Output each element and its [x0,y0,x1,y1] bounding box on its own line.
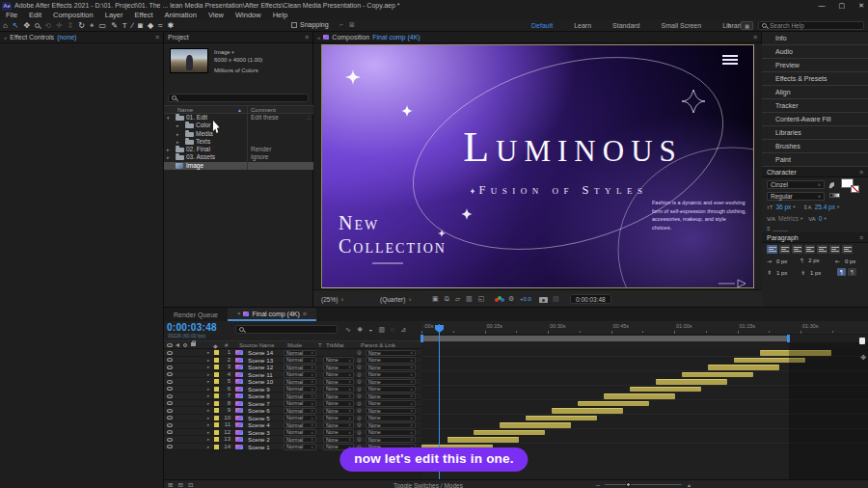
column-trkmat[interactable]: TrkMat [326,342,343,348]
composition-viewer[interactable]: Luminous Fusion of Styles New Collection… [313,43,762,289]
project-item-image[interactable]: Image [164,162,313,170]
layer-row-scene-12[interactable]: ▸ 3 Scene 12 Normal∨ None∨ ◎ None∨ [164,364,421,371]
layer-visibility-icon[interactable] [167,394,173,398]
pickwhip-icon[interactable]: ◎ [357,436,362,443]
pickwhip-icon[interactable]: ◎ [357,364,362,370]
parent-select[interactable]: None∨ [366,393,416,400]
layer-duration-bar-scene-10[interactable] [656,379,727,385]
timeline-zoom-slider[interactable] [605,484,682,485]
mode-select[interactable]: Normal∨ [284,393,316,400]
pickwhip-icon[interactable]: ◎ [357,400,362,407]
search-help-field[interactable]: Search Help [758,21,864,30]
mode-select[interactable]: Normal∨ [284,437,316,444]
justify-all-button[interactable] [842,245,853,254]
stroke-color-swatch[interactable] [851,185,859,193]
frame-blending-icon[interactable]: ▥ [378,326,385,334]
justify-last-center-button[interactable] [817,245,827,254]
zoom-slider-thumb[interactable] [626,482,631,487]
justify-last-left-button[interactable] [804,245,815,254]
expander-icon[interactable]: ▸ [207,444,209,450]
project-item-color[interactable]: ▸ Color [164,122,313,129]
expander-icon[interactable]: ▸ [207,378,209,385]
mode-select[interactable]: Normal∨ [284,350,316,357]
project-item-01-edit[interactable]: ▾ 01. Edit Edit these ∴ [164,114,313,122]
panel-menu-icon[interactable]: ≡ [155,34,159,41]
column-comment[interactable]: Comment [251,107,276,113]
parent-select[interactable]: None∨ [366,415,416,421]
parent-select[interactable]: None∨ [366,408,416,415]
panel-content-aware-fill[interactable]: Content-Aware Fill [762,113,868,126]
layer-visibility-icon[interactable] [167,430,173,434]
comp-marker-bin-icon[interactable] [859,338,865,344]
audio-column-icon[interactable] [176,343,179,347]
layer-duration-bar-scene-12[interactable] [708,365,779,370]
layer-label-chip[interactable] [214,358,219,363]
trkmat-select[interactable]: None∨ [323,429,354,436]
align-right-button[interactable] [792,245,802,254]
trkmat-select[interactable]: None∨ [323,365,354,371]
mode-select[interactable]: Normal∨ [284,444,316,450]
panel-libraries[interactable]: Libraries [762,126,868,140]
project-item-media[interactable]: ▸ Media [164,130,313,138]
menu-composition[interactable]: Composition [47,11,99,19]
snapshot-camera-icon[interactable] [539,297,548,303]
zoom-tool-icon[interactable] [35,20,40,32]
pickwhip-icon[interactable]: ◎ [357,421,362,428]
tracking-value[interactable]: 0 [819,215,823,222]
trkmat-select[interactable]: None∨ [323,408,354,415]
hand-tool-icon[interactable]: ✥ [24,20,31,32]
parent-select[interactable]: None∨ [366,386,416,393]
mode-select[interactable]: Normal∨ [284,422,316,429]
draft-3d-icon[interactable]: ❖ [357,326,363,334]
parent-select[interactable]: None∨ [366,357,416,364]
leading-value[interactable]: 25.4 px [815,203,835,210]
resolution-select[interactable]: (Quarter)∨ [377,294,415,304]
chevron-down-icon[interactable]: ▾ [231,49,234,55]
column-mode[interactable]: Mode [287,342,302,348]
trkmat-select[interactable]: None∨ [323,386,354,393]
stroke-width-widget[interactable] [829,193,840,198]
space-before-value[interactable]: 1 px [776,270,787,276]
expander-icon[interactable]: ▸ [207,386,209,393]
current-timecode[interactable]: 0:00:03:48 [167,322,217,333]
justify-last-right-button[interactable] [829,245,840,254]
puppet-pin-tool-icon[interactable]: ✱ [167,20,174,32]
layer-duration-bar-scene-11[interactable] [682,372,753,378]
video-column-icon[interactable] [167,343,173,347]
active-comp-name[interactable]: Final comp (4K) [372,34,420,41]
label-column-icon[interactable]: ◆ [213,342,218,349]
composition-tab[interactable]: Composition [332,34,369,41]
column-name[interactable]: Name [177,107,193,113]
motion-blur-icon[interactable]: ◌ [391,326,394,334]
font-style-select[interactable]: Regular∨ [767,192,825,201]
expander-icon[interactable]: ▸ [207,421,209,428]
orbit-camera-tool-icon[interactable]: ⟲ [44,20,51,32]
lock-column-icon[interactable] [191,342,196,346]
layer-label-chip[interactable] [214,408,219,413]
font-family-select[interactable]: Cinzel∨ [767,180,825,189]
snapshot-view-icon[interactable]: ◱ [478,295,485,303]
parent-select[interactable]: None∨ [366,429,416,436]
workspace-standard[interactable]: Standard [602,22,650,29]
parent-select[interactable]: None∨ [366,422,416,429]
sort-arrow-icon[interactable]: ▲ [237,107,242,113]
eraser-tool-icon[interactable]: ◆ [148,20,153,32]
indent-right-value[interactable]: 0 px [845,258,855,264]
layer-visibility-icon[interactable] [167,366,173,369]
expander-icon[interactable]: ▸ [207,393,209,399]
zoom-in-icon[interactable]: ▲ [687,482,692,488]
layer-visibility-icon[interactable] [167,416,173,420]
hide-shy-layers-icon[interactable]: ◒ [368,326,372,334]
mode-select[interactable]: Normal∨ [284,400,316,407]
exposure-value[interactable]: +0.0 [520,296,531,302]
pickwhip-icon[interactable]: ◎ [357,393,362,399]
pen-tool-icon[interactable]: ✎ [111,20,118,32]
menu-effect[interactable]: Effect [128,11,158,19]
pan-camera-tool-icon[interactable]: ✛ [56,20,63,32]
mode-select[interactable]: Normal∨ [284,429,316,436]
column-parent-link[interactable]: Parent & Link [361,342,395,348]
parent-select[interactable]: None∨ [366,437,416,444]
mode-select[interactable]: Normal∨ [284,386,316,393]
menu-help[interactable]: Help [267,11,293,19]
layer-label-chip[interactable] [214,372,219,377]
